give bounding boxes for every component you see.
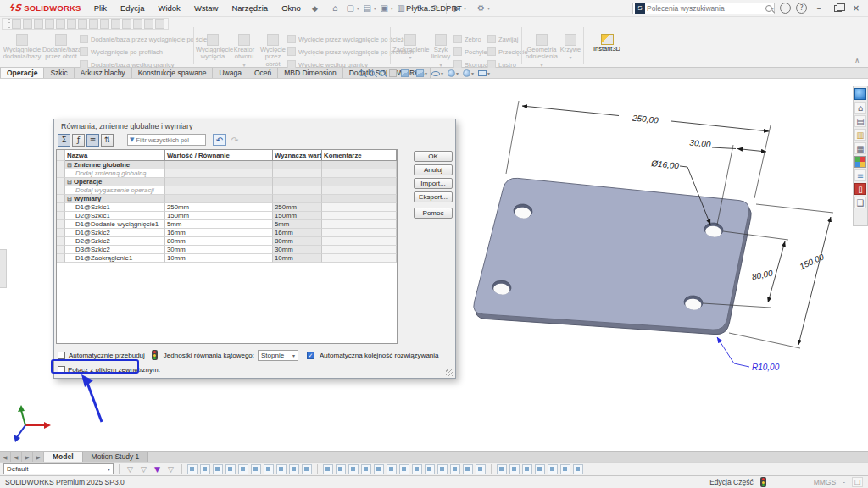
- view-settings-icon[interactable]: ▾: [478, 70, 490, 76]
- extruded-cut-button[interactable]: Wyciągnięcie wycięcia: [196, 25, 230, 61]
- dimension-view-button[interactable]: ≡: [86, 134, 99, 147]
- ribbon-collapse-icon[interactable]: ∧: [854, 57, 860, 64]
- previous-view-icon[interactable]: [379, 70, 385, 76]
- model-tab[interactable]: Model: [44, 452, 83, 462]
- dimension-value[interactable]: 150mm: [165, 212, 273, 220]
- prev-tab-button[interactable]: ◀: [11, 452, 22, 462]
- ok-button[interactable]: OK: [414, 151, 453, 162]
- table-row[interactable]: D1@Szkic1250mm250mm: [57, 203, 397, 212]
- selection-filter-icon[interactable]: [399, 464, 409, 474]
- tab-konstrukcje-spawane[interactable]: Konstrukcje spawane: [132, 68, 214, 78]
- ordered-view-button[interactable]: ⇅: [101, 134, 114, 147]
- dimension-value[interactable]: 250mm: [165, 203, 273, 212]
- dropdown-icon[interactable]: ▾: [408, 5, 410, 11]
- design-library-icon[interactable]: ▤: [854, 115, 866, 127]
- selection-filter-icon[interactable]: [251, 464, 261, 474]
- dimension-hole-spacing[interactable]: 80,00: [751, 269, 774, 282]
- fillet-dimension[interactable]: R10,00: [717, 337, 780, 372]
- table-row[interactable]: D1@Szkic216mm16mm: [57, 229, 397, 237]
- home-tab-icon[interactable]: ⌂: [854, 102, 866, 114]
- tab-mbd-dimension[interactable]: MBD Dimension: [278, 68, 342, 78]
- home-button[interactable]: ⌂: [328, 2, 342, 14]
- apply-scene-icon[interactable]: ▾: [463, 69, 474, 77]
- table-row[interactable]: D1@Zaokrąglenie110mm10mm: [57, 254, 397, 263]
- table-row[interactable]: D3@Szkic230mm30mm: [57, 246, 397, 254]
- redo-button[interactable]: ↷: [428, 2, 442, 14]
- first-tab-button[interactable]: ◀: [0, 452, 11, 462]
- revolved-boss-button[interactable]: Dodanie/baza przez obrót: [42, 25, 80, 61]
- appearances-icon[interactable]: [854, 156, 866, 168]
- selection-filter-icon[interactable]: [238, 464, 248, 474]
- traffic-light-icon[interactable]: [760, 477, 766, 487]
- dropdown-icon[interactable]: ▾: [464, 5, 466, 11]
- selection-filter-icon[interactable]: [302, 464, 312, 474]
- menu-plik[interactable]: Plik: [88, 1, 113, 15]
- dropdown-icon[interactable]: ▾: [409, 54, 411, 60]
- curves-button[interactable]: Krzywe▾: [559, 25, 581, 60]
- login-icon[interactable]: [780, 3, 791, 14]
- status-units[interactable]: MMGS: [814, 478, 836, 486]
- plate-top-face[interactable]: [474, 178, 749, 330]
- dimension-hole-diameter[interactable]: Ø16,00: [650, 158, 680, 171]
- dropdown-icon[interactable]: ▾: [391, 5, 393, 11]
- menu-edycja[interactable]: Edycja: [114, 1, 151, 15]
- selection-filter-icon[interactable]: [361, 464, 371, 474]
- feature-tree-collapsed-tab[interactable]: [0, 249, 7, 288]
- configuration-select[interactable]: Default▾: [3, 463, 114, 474]
- placeholder-row[interactable]: Dodaj zmienną globalną: [57, 169, 397, 178]
- forum-icon[interactable]: ❑: [854, 197, 866, 208]
- tab-ocen[interactable]: Oceń: [248, 68, 278, 78]
- placeholder-label[interactable]: Dodaj wygaszenie operacji: [65, 186, 165, 195]
- table-row[interactable]: D2@Szkic1150mm150mm: [57, 212, 397, 220]
- extruded-boss-button[interactable]: Wyciągnięcie dodania/bazy: [2, 25, 42, 61]
- menu-wstaw[interactable]: Wstaw: [188, 1, 225, 15]
- auto-rebuild-checkbox[interactable]: [58, 352, 65, 359]
- rib-button[interactable]: Żebro: [453, 34, 487, 44]
- dialog-resize-grip[interactable]: [446, 369, 453, 376]
- dimension-name[interactable]: D1@Dodanie-wyciągnięcie1: [65, 220, 165, 229]
- intersect-button[interactable]: Przecięcie: [487, 47, 520, 57]
- hole-wizard-button[interactable]: Kreator otworu▾: [230, 25, 259, 68]
- graphics-area[interactable]: 250,00 30,00 Ø16,00 80,00 150,00 R10,00 …: [0, 79, 868, 451]
- selection-filter-icon[interactable]: [264, 464, 274, 474]
- motion-study-tab[interactable]: Motion Study 1: [83, 452, 149, 462]
- save-button[interactable]: ▣: [377, 2, 392, 14]
- selection-filter-icon[interactable]: [187, 464, 198, 474]
- menu-narzedzia[interactable]: Narzędzia: [225, 1, 274, 15]
- selection-filter-icon[interactable]: [225, 464, 236, 474]
- dimension-width[interactable]: 250,00: [632, 113, 659, 125]
- swept-cut-button[interactable]: Wycięcie przez wyciągnięcie po ścieżce: [287, 34, 387, 44]
- zoom-to-fit-icon[interactable]: [359, 70, 364, 76]
- group-row-dimensions[interactable]: ⊟Wymiary: [57, 195, 397, 203]
- help-button[interactable]: Pomoc: [414, 208, 453, 219]
- next-tab-button[interactable]: ▶: [22, 452, 33, 462]
- tab-arkusz-blachy[interactable]: Arkusz blachy: [75, 68, 132, 78]
- table-row[interactable]: D1@Dodanie-wyciągnięcie15mm5mm: [57, 220, 397, 229]
- dimension-value[interactable]: 80mm: [165, 237, 273, 246]
- selection-filter-icon[interactable]: [497, 464, 507, 474]
- print-button[interactable]: ▥: [394, 2, 409, 14]
- swept-boss-button[interactable]: Dodanie/baza przez wyciągnięcie po ścież…: [80, 34, 192, 44]
- linear-pattern-button[interactable]: Szyk liniowy▾: [428, 25, 453, 68]
- draft-button[interactable]: Pochylenie: [453, 47, 487, 57]
- dimension-comment[interactable]: [322, 246, 397, 254]
- selection-filter-icon[interactable]: [374, 464, 384, 474]
- menu-widok[interactable]: Widok: [152, 1, 186, 15]
- restore-button[interactable]: [831, 3, 844, 14]
- selection-filter-icon[interactable]: [548, 464, 558, 474]
- filter-edit-icon[interactable]: ▽: [138, 465, 149, 474]
- dropdown-icon[interactable]: ▾: [357, 5, 359, 11]
- tab-uwaga[interactable]: Uwaga: [213, 68, 248, 78]
- equations-table[interactable]: Nazwa Wartość / Równanie Wyznacza wartoś…: [56, 149, 398, 344]
- dimension-hole-offset[interactable]: 30,00: [689, 137, 711, 149]
- selection-filter-icon[interactable]: [437, 464, 448, 474]
- dimension-value[interactable]: 10mm: [165, 254, 273, 263]
- lofted-boss-button[interactable]: Wyciągnięcie po profilach: [80, 47, 192, 57]
- selection-filter-icon[interactable]: [509, 464, 520, 474]
- table-row[interactable]: D2@Szkic280mm80mm: [57, 237, 397, 246]
- placeholder-label[interactable]: Dodaj zmienną globalną: [65, 169, 165, 178]
- selection-filter-icon[interactable]: [289, 464, 299, 474]
- selection-filter-icon[interactable]: [323, 464, 333, 474]
- selection-filter-icon[interactable]: [336, 464, 346, 474]
- dialog-undo-button[interactable]: ↶: [213, 134, 226, 146]
